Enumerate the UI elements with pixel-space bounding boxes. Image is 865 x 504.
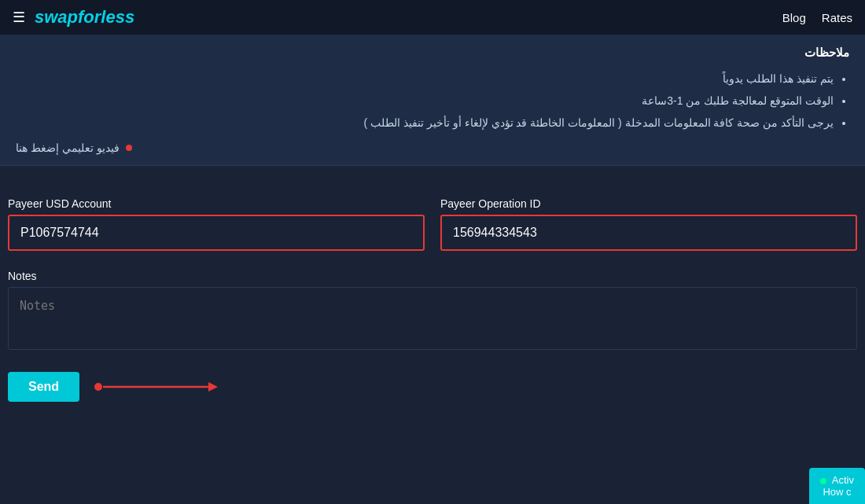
red-arrow-icon <box>92 377 218 396</box>
payeer-account-label: Payeer USD Account <box>8 197 425 210</box>
brand-logo[interactable]: swapforless <box>35 7 134 28</box>
payeer-account-group: Payeer USD Account <box>8 197 425 251</box>
notes-group: Notes <box>8 270 857 353</box>
notes-label: Notes <box>8 270 857 282</box>
payeer-operation-group: Payeer Operation ID <box>440 197 857 251</box>
tutorial-link[interactable]: فيديو تعليمي إضغط هنا <box>16 142 120 154</box>
navbar: ☰ swapforless Blog Rates <box>0 0 865 35</box>
account-fields-row: Payeer USD Account Payeer Operation ID <box>8 197 857 251</box>
send-row: Send <box>8 372 857 402</box>
tutorial-link-row: فيديو تعليمي إضغط هنا <box>16 142 849 154</box>
payeer-operation-label: Payeer Operation ID <box>440 197 857 210</box>
svg-point-0 <box>94 383 102 391</box>
navbar-right: Blog Rates <box>782 11 852 24</box>
send-button[interactable]: Send <box>8 372 79 402</box>
notes-item-3: يرجى التأكد من صحة كافة المعلومات المدخل… <box>16 112 834 134</box>
svg-marker-2 <box>208 382 218 392</box>
chat-line1: Activ <box>832 474 854 486</box>
notes-list: يتم تنفيذ هذا الطلب يدوياً الوقت المتوقع… <box>16 68 849 134</box>
blog-link[interactable]: Blog <box>782 11 806 24</box>
notes-section: ملاحظات يتم تنفيذ هذا الطلب يدوياً الوقت… <box>0 35 865 166</box>
navbar-left: ☰ swapforless <box>13 7 134 28</box>
rates-link[interactable]: Rates <box>822 11 852 24</box>
notes-textarea[interactable] <box>8 287 857 350</box>
payeer-account-input[interactable] <box>8 215 425 251</box>
chat-widget[interactable]: Activ How c <box>809 468 865 504</box>
notes-title: ملاحظات <box>16 46 849 60</box>
notes-item-1: يتم تنفيذ هذا الطلب يدوياً <box>16 68 834 90</box>
notes-item-2: الوقت المتوقع لمعالجة طلبك من 1-3ساعة <box>16 90 834 112</box>
red-dot-icon <box>126 145 132 151</box>
chat-online-dot <box>820 478 826 484</box>
chat-line2: How c <box>823 486 851 498</box>
spacer <box>0 166 865 197</box>
hamburger-icon[interactable]: ☰ <box>13 9 25 26</box>
payeer-operation-input[interactable] <box>440 215 857 251</box>
form-section: Payeer USD Account Payeer Operation ID N… <box>0 197 865 402</box>
